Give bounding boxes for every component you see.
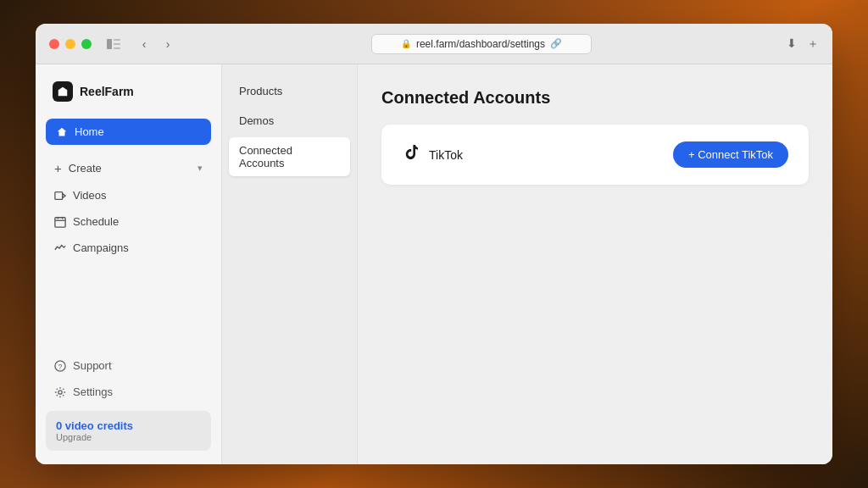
- sidebar-item-support-label: Support: [73, 359, 112, 372]
- logo-area: ReelFarm: [46, 78, 211, 105]
- svg-rect-4: [55, 191, 63, 199]
- url-bar: 🔒 reel.farm/dashboard/settings 🔗: [186, 34, 776, 54]
- new-tab-icon[interactable]: ＋: [807, 36, 819, 52]
- svg-rect-6: [55, 217, 65, 226]
- forward-button[interactable]: ›: [159, 36, 176, 53]
- link-icon: 🔗: [550, 38, 562, 49]
- back-button[interactable]: ‹: [136, 36, 153, 53]
- sidebar-item-support[interactable]: ? Support: [46, 353, 211, 378]
- chevron-down-icon: ▾: [198, 163, 203, 174]
- svg-rect-0: [107, 39, 112, 49]
- url-input[interactable]: 🔒 reel.farm/dashboard/settings 🔗: [371, 34, 592, 54]
- content-area: Connected Accounts TikTok + Connect TikT…: [358, 64, 832, 464]
- sidebar-bottom: ? Support Settings 0 video credits Upgra…: [46, 353, 211, 451]
- sidebar-item-settings-label: Settings: [73, 385, 113, 398]
- browser-window: ‹ › 🔒 reel.farm/dashboard/settings 🔗 ⬇ ＋…: [36, 24, 832, 464]
- svg-marker-5: [63, 193, 66, 197]
- logo-text: ReelFarm: [80, 85, 134, 98]
- connected-accounts-card: TikTok + Connect TikTok: [381, 125, 809, 185]
- traffic-lights: [49, 39, 92, 49]
- sidebar-item-schedule-label: Schedule: [73, 215, 119, 228]
- lock-icon: 🔒: [401, 39, 411, 48]
- window-controls-right: ⬇ ＋: [787, 36, 819, 52]
- connect-tiktok-button[interactable]: + Connect TikTok: [673, 141, 788, 168]
- svg-rect-2: [114, 43, 120, 45]
- sidebar-item-create-label: Create: [69, 162, 102, 175]
- url-text: reel.farm/dashboard/settings: [416, 38, 545, 50]
- settings-nav: Products Demos Connected Accounts: [222, 64, 358, 464]
- sidebar: ReelFarm Home + Create ▾ Videos: [36, 64, 222, 464]
- create-plus-icon: +: [54, 161, 62, 175]
- sidebar-item-campaigns[interactable]: Campaigns: [46, 236, 211, 260]
- sidebar-toggle-icon[interactable]: [105, 36, 122, 53]
- svg-text:?: ?: [58, 362, 63, 370]
- upgrade-link[interactable]: Upgrade: [56, 432, 201, 442]
- page-title: Connected Accounts: [381, 88, 809, 108]
- svg-point-12: [58, 390, 62, 393]
- sidebar-item-settings[interactable]: Settings: [46, 380, 211, 404]
- title-bar: ‹ › 🔒 reel.farm/dashboard/settings 🔗 ⬇ ＋: [36, 24, 832, 64]
- tiktok-label: TikTok: [429, 148, 463, 162]
- credits-box: 0 video credits Upgrade: [46, 411, 211, 451]
- tiktok-row: TikTok: [402, 143, 463, 166]
- settings-nav-products[interactable]: Products: [229, 78, 350, 104]
- traffic-light-minimize[interactable]: [65, 39, 75, 49]
- home-button[interactable]: Home: [46, 119, 211, 145]
- credits-amount: 0 video credits: [56, 419, 201, 432]
- sidebar-item-create[interactable]: + Create ▾: [46, 155, 211, 181]
- nav-buttons: ‹ ›: [136, 36, 176, 53]
- download-icon[interactable]: ⬇: [787, 36, 797, 52]
- settings-nav-demos[interactable]: Demos: [229, 108, 350, 134]
- sidebar-item-videos[interactable]: Videos: [46, 183, 211, 208]
- sidebar-item-schedule[interactable]: Schedule: [46, 209, 211, 234]
- sidebar-item-videos-label: Videos: [73, 189, 107, 202]
- svg-rect-3: [114, 47, 120, 49]
- sidebar-item-campaigns-label: Campaigns: [73, 241, 129, 254]
- main-content: ReelFarm Home + Create ▾ Videos: [36, 64, 832, 464]
- svg-rect-1: [114, 39, 120, 41]
- traffic-light-fullscreen[interactable]: [81, 39, 92, 49]
- tiktok-icon: [402, 143, 420, 166]
- logo-icon: [53, 81, 73, 102]
- traffic-light-close[interactable]: [49, 39, 59, 49]
- settings-nav-connected-accounts[interactable]: Connected Accounts: [229, 137, 350, 176]
- home-label: Home: [75, 125, 104, 138]
